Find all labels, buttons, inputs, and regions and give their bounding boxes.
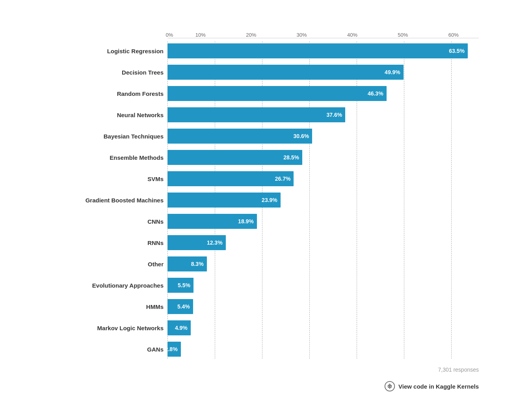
x-axis-label: 0% (164, 32, 175, 38)
bar: 49.9% (167, 65, 404, 80)
bar-value: 18.9% (238, 218, 254, 224)
bar-value: 12.3% (207, 239, 223, 246)
bar-row: Random Forests46.3% (167, 84, 475, 103)
bar-row: SVMs26.7% (167, 169, 475, 188)
bar: 26.7% (167, 171, 294, 186)
bar-value: 5.5% (178, 282, 190, 288)
bar-label: RNNs (53, 239, 164, 246)
bar-label: SVMs (53, 176, 164, 182)
chart-area: Logistic Regression63.5%Decision Trees49… (167, 41, 475, 359)
bar-row: Ensemble Methods28.5% (167, 148, 475, 167)
kaggle-icon (384, 381, 395, 392)
responses-text: 7,301 responses (438, 367, 479, 373)
bar-label: HMMs (53, 303, 164, 310)
bar-row: CNNs18.9% (167, 212, 475, 231)
x-axis-label: 50% (378, 32, 428, 38)
x-axis-label: 30% (276, 32, 327, 38)
x-axis-label: 40% (327, 32, 378, 38)
bar-label: Markov Logic Networks (53, 325, 164, 331)
bars-wrapper: Logistic Regression63.5%Decision Trees49… (167, 41, 475, 359)
bar-row: Logistic Regression63.5% (167, 41, 475, 60)
bar-label: Logistic Regression (53, 48, 164, 54)
bar-value: 26.7% (275, 176, 291, 182)
bar-row: Other8.3% (167, 254, 475, 273)
bar: 23.9% (167, 193, 281, 208)
bar-label: Other (53, 261, 164, 267)
bar: 28.5% (167, 150, 302, 165)
bar-label: Decision Trees (53, 69, 164, 76)
bar-label: Evolutionary Approaches (53, 282, 164, 289)
bar-row: Gradient Boosted Machines23.9% (167, 191, 475, 210)
bar-row: Decision Trees49.9% (167, 63, 475, 82)
bar: 8.3% (167, 256, 207, 271)
bar-row: Bayesian Techniques30.6% (167, 127, 475, 146)
bar: 2.8% (167, 342, 181, 357)
bar: 5.5% (167, 278, 193, 293)
bar-value: 30.6% (293, 133, 309, 139)
bar-row: HMMs5.4% (167, 297, 475, 316)
bar: 4.9% (167, 320, 191, 335)
x-axis-label: 10% (175, 32, 226, 38)
bar-value: 2.8% (165, 346, 178, 352)
bar-row: Markov Logic Networks4.9% (167, 318, 475, 337)
kaggle-link[interactable]: View code in Kaggle Kernels (384, 381, 479, 392)
bar-row: Evolutionary Approaches5.5% (167, 276, 475, 295)
bar: 5.4% (167, 299, 193, 314)
kaggle-link-text: View code in Kaggle Kernels (398, 383, 479, 390)
bar: 46.3% (167, 86, 387, 101)
bar-value: 63.5% (449, 48, 465, 54)
bar-label: Gradient Boosted Machines (53, 197, 164, 204)
x-axis-label: 60% (428, 32, 479, 38)
bar-row: Neural Networks37.6% (167, 105, 475, 124)
bar-value: 5.4% (177, 303, 190, 310)
bar-value: 8.3% (191, 261, 204, 267)
bar-value: 4.9% (175, 325, 188, 331)
bar-value: 49.9% (385, 69, 400, 75)
bar: 63.5% (167, 43, 468, 58)
bar-label: Neural Networks (53, 112, 164, 118)
bar-label: Ensemble Methods (53, 154, 164, 161)
bar: 18.9% (167, 214, 257, 229)
bar-value: 46.3% (368, 90, 383, 97)
bar-value: 23.9% (262, 197, 277, 203)
bar-label: Random Forests (53, 90, 164, 97)
chart-footer: 7,301 responses View code in Kaggle Kern… (53, 367, 479, 392)
x-axis-label: 20% (226, 32, 276, 38)
bar: 12.3% (167, 235, 226, 250)
bar: 37.6% (167, 107, 345, 122)
bar-row: GANs2.8% (167, 340, 475, 359)
bar-value: 28.5% (283, 154, 299, 161)
bar-label: GANs (53, 346, 164, 353)
bar-label: CNNs (53, 218, 164, 225)
bar-row: RNNs12.3% (167, 233, 475, 252)
chart-container: 0%10%20%30%40%50%60% Logistic Regression… (30, 16, 502, 403)
bar: 30.6% (167, 129, 312, 144)
bar-value: 37.6% (326, 112, 342, 118)
bar-label: Bayesian Techniques (53, 133, 164, 140)
x-axis: 0%10%20%30%40%50%60% (167, 32, 479, 38)
